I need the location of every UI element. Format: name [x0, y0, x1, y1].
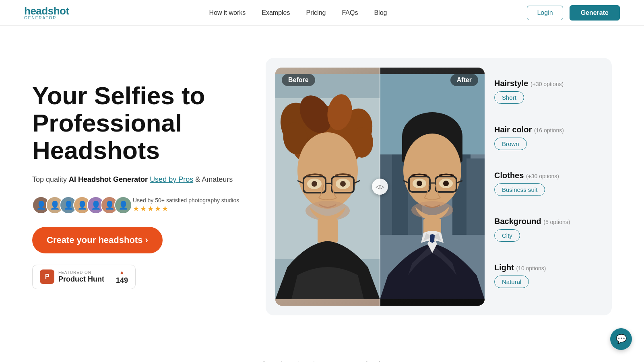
- authentic-text: All transformations shown are 100% authe…: [0, 356, 644, 362]
- nav-pricing[interactable]: Pricing: [306, 9, 326, 16]
- nav-links: How it works Examples Pricing FAQs Blog: [209, 9, 387, 16]
- options-panel: Hairstyle (+30 options) Short Hair color…: [485, 68, 602, 306]
- hero-section: Your Selfies to Professional Headshots T…: [0, 26, 644, 356]
- avatars: 👤 👤 👤 👤 👤 👤 👤: [32, 196, 128, 214]
- product-hunt-count: ▲ 149: [110, 269, 128, 285]
- nav-examples[interactable]: Examples: [262, 9, 290, 16]
- svg-point-40: [417, 181, 422, 186]
- hero-title: Your Selfies to Professional Headshots: [32, 82, 242, 165]
- svg-point-32: [403, 134, 461, 208]
- stars: ★★★★★: [133, 204, 239, 213]
- divider-handle[interactable]: ◁▷: [372, 179, 388, 195]
- chat-icon: 💬: [616, 334, 627, 344]
- ph-featured: FEATURED ON: [58, 270, 104, 275]
- logo-sub: GENERATOR: [24, 16, 69, 20]
- light-tag[interactable]: Natural: [494, 276, 529, 288]
- nav-blog[interactable]: Blog: [374, 9, 387, 16]
- svg-point-18: [340, 181, 346, 187]
- svg-point-41: [443, 181, 449, 186]
- product-hunt-text: FEATURED ON Product Hunt: [58, 270, 104, 284]
- haircolor-tag[interactable]: Brown: [494, 138, 527, 150]
- hero-right: Before After ◁▷ Hairstyle (+30 options) …: [266, 58, 612, 315]
- before-half: [275, 68, 380, 306]
- subtitle-link[interactable]: Used by Pros: [150, 175, 193, 183]
- product-hunt-badge[interactable]: P FEATURED ON Product Hunt ▲ 149: [32, 265, 136, 289]
- svg-point-9: [297, 132, 358, 209]
- background-tag[interactable]: City: [494, 229, 520, 242]
- option-haircolor-title: Hair color (16 options): [494, 125, 592, 134]
- subtitle-bold: AI Headshot Generator: [69, 175, 148, 183]
- nav-how-it-works[interactable]: How it works: [209, 9, 246, 16]
- ph-number: 149: [116, 276, 128, 285]
- option-background: Background (5 options) City: [494, 217, 592, 242]
- subtitle-end: & Amateurs: [193, 175, 233, 183]
- login-button[interactable]: Login: [527, 6, 563, 20]
- hairstyle-tag[interactable]: Short: [494, 91, 524, 104]
- after-half: [380, 68, 485, 306]
- option-haircolor: Hair color (16 options) Brown: [494, 125, 592, 150]
- after-label: After: [450, 74, 478, 86]
- navbar: headshot GENERATOR How it works Examples…: [0, 0, 644, 26]
- option-hairstyle: Hairstyle (+30 options) Short: [494, 79, 592, 104]
- logo[interactable]: headshot GENERATOR: [24, 6, 69, 20]
- ph-arrow-icon: ▲: [119, 269, 125, 276]
- before-label: Before: [282, 74, 315, 86]
- ph-name: Product Hunt: [58, 275, 104, 284]
- before-after-container: Before After ◁▷: [275, 68, 485, 306]
- studios-label: Used by 50+ satisfied photography studio…: [133, 197, 239, 204]
- avatars-row: 👤 👤 👤 👤 👤 👤 👤 Used by 50+ satisfied phot…: [32, 196, 242, 214]
- divider-arrows-icon: ◁▷: [376, 183, 384, 190]
- product-hunt-icon: P: [40, 269, 54, 284]
- hero-subtitle: Top quality AI Headshot Generator Used b…: [32, 174, 242, 185]
- option-light: Light (10 options) Natural: [494, 263, 592, 288]
- option-hairstyle-title: Hairstyle (+30 options): [494, 79, 592, 88]
- cta-button[interactable]: Create your headshots ›: [32, 227, 163, 253]
- option-clothes-title: Clothes (+30 options): [494, 171, 592, 180]
- svg-point-17: [312, 181, 317, 187]
- nav-actions: Login Generate: [527, 5, 620, 21]
- option-background-title: Background (5 options): [494, 217, 592, 226]
- option-clothes: Clothes (+30 options) Business suit: [494, 171, 592, 196]
- svg-rect-26: [466, 158, 485, 235]
- chat-button[interactable]: 💬: [610, 328, 632, 350]
- logo-top: headshot: [24, 6, 69, 16]
- svg-rect-20: [318, 219, 338, 243]
- nav-faqs[interactable]: FAQs: [342, 9, 358, 16]
- studios-text: Used by 50+ satisfied photography studio…: [133, 197, 239, 213]
- generate-button[interactable]: Generate: [570, 5, 620, 21]
- option-light-title: Light (10 options): [494, 263, 592, 272]
- avatar: 👤: [114, 196, 132, 214]
- clothes-tag[interactable]: Business suit: [494, 183, 545, 196]
- hero-left: Your Selfies to Professional Headshots T…: [32, 50, 242, 289]
- subtitle-plain: Top quality: [32, 175, 69, 183]
